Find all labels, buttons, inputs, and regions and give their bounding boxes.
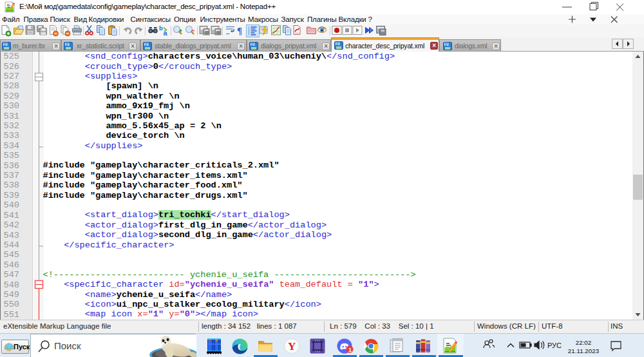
- svg-text:1: 1: [348, 347, 352, 353]
- svg-text:Y: Y: [288, 340, 296, 352]
- svg-text:a: a: [164, 29, 168, 37]
- svg-text:¶: ¶: [237, 26, 242, 36]
- svg-text:b: b: [159, 24, 163, 32]
